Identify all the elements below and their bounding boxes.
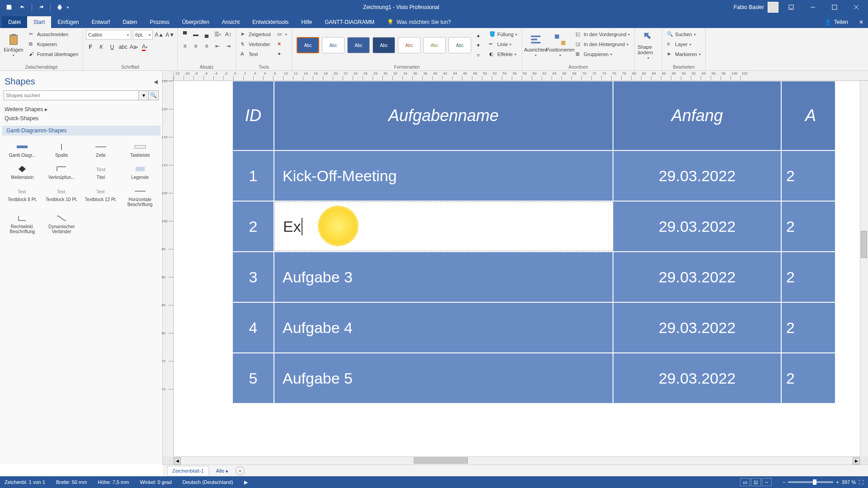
gantt-cell-extra[interactable]: 2	[782, 151, 836, 201]
tab-start[interactable]: Start	[27, 16, 51, 28]
gantt-cell-name[interactable]: Aufgabe 3	[274, 252, 613, 302]
print-icon[interactable]	[53, 1, 66, 14]
group-button[interactable]: ⊞Gruppieren▾	[574, 50, 632, 59]
shapes-search-input[interactable]	[4, 90, 139, 100]
presentation-view-button[interactable]: ▭	[740, 478, 750, 486]
tab-process[interactable]: Prozess	[143, 16, 175, 28]
align-middle-button[interactable]: ▬	[191, 30, 200, 39]
close-document-icon[interactable]: ✕	[854, 16, 868, 28]
tell-me-search[interactable]: 💡 Was möchten Sie tun?	[381, 16, 457, 28]
gantt-cell-extra[interactable]: 2	[782, 252, 836, 302]
align-bottom-button[interactable]: ▄	[202, 30, 211, 39]
gantt-row[interactable]: 5Aufgabe 529.03.20222	[232, 353, 860, 404]
direction-button[interactable]: A↕	[224, 30, 233, 39]
shape-stencil-item[interactable]: Horizontale Beschriftung	[121, 184, 159, 210]
fit-width-button[interactable]: ↔	[762, 478, 772, 486]
scroll-right-icon[interactable]: ▶	[853, 457, 860, 465]
font-color-button[interactable]: A▾	[140, 42, 149, 52]
shape-stencil-item[interactable]: Spalte	[43, 140, 80, 160]
collapse-icon[interactable]: ◀	[154, 79, 158, 85]
bring-front-button[interactable]: ◱In den Vordergrund▾	[574, 30, 632, 39]
case-button[interactable]: Aa▾	[129, 42, 138, 52]
indent-dec-button[interactable]: ⇤	[213, 42, 222, 51]
macro-icon[interactable]: ▶	[244, 479, 248, 485]
gantt-cell-extra[interactable]: 2	[782, 202, 836, 251]
gantt-cell-start[interactable]: 29.03.2022	[613, 303, 782, 352]
shape-stencil-item[interactable]: TextTextblock 10 Pt.	[43, 184, 80, 210]
undo-icon[interactable]	[16, 1, 29, 14]
shrink-font-button[interactable]: A▼	[165, 30, 175, 39]
shape-stencil-item[interactable]: Legende	[121, 162, 159, 183]
gantt-row[interactable]: 4Aufgabe 429.03.20222	[232, 302, 860, 353]
text-tool-button[interactable]: AText	[239, 50, 273, 59]
shape-stencil-item[interactable]: Meilenstein	[4, 162, 41, 183]
fit-page-button[interactable]: ⊡	[751, 478, 761, 486]
effects-button[interactable]: ◐Effekte▾	[487, 50, 519, 59]
gantt-cell-id[interactable]: 4	[233, 303, 274, 352]
sheet-all-button[interactable]: Alle▴	[212, 466, 232, 475]
style-swatch[interactable]: Abc	[398, 37, 420, 53]
minimize-icon[interactable]	[804, 1, 822, 14]
connector-tool-button[interactable]: ↯Verbinder	[239, 40, 273, 49]
bold-button[interactable]: F	[86, 42, 95, 52]
style-swatch[interactable]: Abc	[322, 37, 344, 53]
gantt-row[interactable]: 3Aufgabe 329.03.20222	[232, 252, 860, 302]
shapes-category[interactable]: Gantt-Diagramm-Shapes	[2, 126, 160, 136]
ribbon-options-icon[interactable]	[782, 1, 800, 14]
save-icon[interactable]	[3, 1, 15, 14]
scroll-left-icon[interactable]: ◀	[174, 457, 181, 465]
tab-view[interactable]: Ansicht	[216, 16, 246, 28]
gantt-chart[interactable]: ID Aufgabenname Anfang A 1Kick-Off-Meeti…	[232, 81, 860, 404]
shape-stencil-item[interactable]: TextTitel	[82, 162, 120, 183]
gantt-cell-start[interactable]: 29.03.2022	[613, 151, 782, 201]
zoom-out-button[interactable]: −	[783, 479, 785, 485]
style-swatch[interactable]: Abc	[373, 37, 395, 53]
close-icon[interactable]	[847, 1, 865, 14]
align-top-button[interactable]: ▀	[180, 30, 189, 39]
shape-stencil-item[interactable]: Rechtwinkl. Beschriftung	[4, 211, 41, 237]
paste-button[interactable]: Einfügen ▾	[3, 30, 24, 61]
gantt-cell-extra[interactable]: 2	[782, 353, 836, 403]
style-swatch[interactable]: Abc	[297, 37, 319, 53]
style-swatch[interactable]: Abc	[448, 37, 471, 53]
cut-button[interactable]: ✂Ausschneiden	[27, 30, 80, 39]
style-gallery[interactable]: Abc Abc Abc Abc Abc Abc Abc ▴ ▾ ▿	[295, 30, 485, 61]
gantt-cell-start[interactable]: 29.03.2022	[613, 252, 782, 302]
user-account[interactable]: Fabio Basler	[734, 2, 778, 13]
style-swatch[interactable]: Abc	[347, 37, 370, 53]
gantt-cell-start[interactable]: 29.03.2022	[613, 202, 782, 251]
zoom-level[interactable]: 397 %	[842, 479, 856, 485]
gallery-more-button[interactable]: ▿	[474, 51, 483, 60]
scroll-thumb[interactable]	[414, 457, 468, 464]
dropdown-icon[interactable]: ▾	[139, 90, 149, 100]
vertical-scrollbar[interactable]	[860, 81, 868, 456]
maximize-icon[interactable]	[826, 1, 844, 14]
align-left-button[interactable]: ≡	[180, 42, 189, 51]
gantt-cell-id[interactable]: 5	[233, 353, 274, 403]
grow-font-button[interactable]: A▲	[155, 30, 164, 39]
zoom-slider[interactable]	[788, 481, 833, 483]
gantt-cell-extra[interactable]: 2	[782, 303, 836, 352]
redo-icon[interactable]	[35, 1, 47, 14]
shape-stencil-item[interactable]: Verknüpfun...	[43, 162, 80, 183]
tab-help[interactable]: Hilfe	[295, 16, 318, 28]
copy-button[interactable]: ⧉Kopieren	[27, 40, 80, 49]
shape-stencil-item[interactable]: Taskleiste	[121, 140, 159, 160]
horizontal-scrollbar[interactable]: ◀ ▶	[174, 456, 860, 465]
tab-developer[interactable]: Entwicklertools	[246, 16, 295, 28]
gantt-cell-id[interactable]: 2	[233, 202, 274, 251]
align-button[interactable]: Ausrichten▾	[525, 30, 547, 61]
search-icon[interactable]: 🔍	[149, 90, 159, 100]
zoom-in-button[interactable]: +	[836, 479, 839, 485]
more-shapes-link[interactable]: Weitere Shapes ▸	[5, 105, 158, 114]
rectangle-tool-button[interactable]: ▭▾	[275, 30, 289, 39]
quick-shapes-link[interactable]: Quick-Shapes	[5, 114, 158, 123]
add-sheet-button[interactable]: +	[236, 466, 245, 475]
layer-button[interactable]: ≡Layer▾	[665, 40, 703, 49]
shape-stencil-item[interactable]: Dynamischer Verbinder	[43, 211, 80, 237]
share-button[interactable]: 👤 Teilen	[818, 16, 854, 28]
shape-stencil-item[interactable]: TextTextblock 8 Pt.	[4, 184, 41, 210]
gantt-cell-id[interactable]: 3	[233, 252, 274, 302]
gantt-cell-id[interactable]: 1	[233, 151, 274, 201]
strike-button[interactable]: abc	[118, 42, 127, 52]
